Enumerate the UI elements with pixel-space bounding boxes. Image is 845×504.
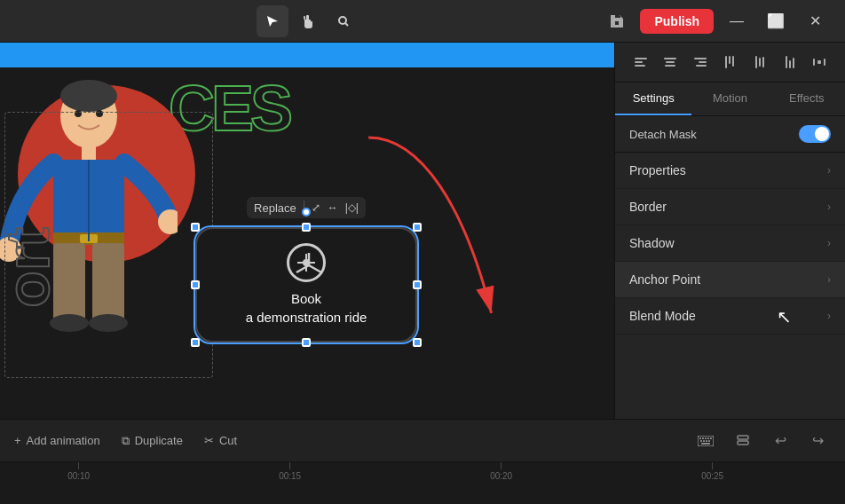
- undo-button[interactable]: ↩: [767, 428, 794, 454]
- border-chevron-icon: ›: [827, 201, 831, 213]
- sw-center: [303, 259, 310, 266]
- distribute-h-button[interactable]: [807, 50, 832, 75]
- svg-rect-48: [703, 440, 705, 442]
- svg-rect-31: [732, 56, 734, 67]
- svg-rect-43: [702, 437, 704, 439]
- align-left-button[interactable]: [628, 50, 653, 75]
- svg-rect-21: [635, 61, 643, 63]
- handle-bl[interactable]: [191, 338, 200, 347]
- replace-button[interactable]: Replace: [254, 201, 296, 215]
- canvas-content: CES: [0, 67, 614, 419]
- topbar: Publish — ⬜ ✕: [0, 0, 845, 43]
- cursor-area: ↖: [615, 335, 845, 338]
- align-top-button[interactable]: [717, 50, 742, 75]
- blend-mode-item[interactable]: Blend Mode ›: [615, 298, 845, 335]
- tick: [289, 462, 290, 469]
- properties-item[interactable]: Properties ›: [615, 153, 845, 189]
- svg-rect-37: [793, 58, 794, 68]
- select-tool-button[interactable]: [257, 5, 288, 37]
- svg-rect-25: [665, 65, 675, 67]
- svg-rect-24: [666, 61, 675, 63]
- card-text: Book a demonstration ride: [246, 289, 367, 327]
- svg-rect-50: [708, 440, 710, 442]
- svg-point-4: [96, 110, 103, 117]
- redo-button[interactable]: ↪: [804, 428, 831, 454]
- search-tool-button[interactable]: [328, 5, 359, 37]
- close-button[interactable]: ✕: [799, 5, 831, 37]
- blue-banner: [0, 43, 614, 67]
- add-animation-label: Add animation: [27, 434, 100, 447]
- align-center-v-button[interactable]: [747, 50, 772, 75]
- svg-rect-49: [706, 440, 707, 442]
- hand-tool-button[interactable]: [292, 5, 324, 37]
- tick-label: 00:25: [701, 471, 723, 481]
- anchor-point-label: Anchor Point: [629, 272, 700, 287]
- svg-point-13: [50, 314, 89, 332]
- handle-bc[interactable]: [302, 338, 311, 347]
- publish-button[interactable]: Publish: [640, 9, 714, 34]
- svg-rect-29: [725, 56, 727, 68]
- tick: [501, 462, 501, 469]
- handle-br[interactable]: [413, 338, 422, 347]
- add-animation-icon: +: [14, 434, 21, 447]
- detach-mask-row: Detach Mask: [615, 116, 845, 153]
- bottom-right: ↩ ↪: [692, 428, 831, 454]
- handle-tl[interactable]: [191, 223, 200, 232]
- timeline: 00:10 00:15 00:20 00:25: [0, 461, 845, 504]
- maximize-button[interactable]: ⬜: [760, 5, 792, 37]
- panel-tabs: Settings Motion Effects: [615, 83, 845, 116]
- handle-ml[interactable]: [191, 280, 200, 289]
- properties-label: Properties: [629, 163, 686, 177]
- tab-settings[interactable]: Settings: [615, 83, 691, 115]
- svg-rect-38: [813, 59, 815, 66]
- tick: [78, 462, 79, 469]
- duplicate-button[interactable]: ⧉ Duplicate: [122, 434, 183, 448]
- shadow-item[interactable]: Shadow ›: [615, 225, 845, 262]
- right-panel: Settings Motion Effects Detach Mask Prop…: [614, 43, 845, 419]
- svg-line-17: [309, 265, 321, 272]
- svg-point-3: [75, 110, 82, 117]
- canvas-area: CES: [0, 43, 614, 419]
- selected-card[interactable]: Replace ⤢ ↔ |◇|: [195, 227, 417, 343]
- svg-rect-22: [635, 65, 645, 67]
- svg-point-2: [60, 80, 117, 112]
- align-center-h-button[interactable]: [658, 50, 683, 75]
- layers-button[interactable]: [730, 428, 756, 454]
- main-area: CES: [0, 43, 845, 419]
- svg-rect-53: [738, 441, 748, 445]
- tab-motion[interactable]: Motion: [691, 83, 768, 115]
- keyboard-button[interactable]: [692, 428, 719, 454]
- arrows-icon[interactable]: ↔: [328, 201, 338, 214]
- detach-mask-toggle[interactable]: [799, 125, 831, 143]
- svg-rect-36: [789, 60, 791, 68]
- tick: [712, 462, 713, 469]
- svg-rect-34: [762, 57, 764, 67]
- handle-mr[interactable]: [413, 280, 422, 289]
- resize-icon[interactable]: |◇|: [345, 201, 359, 214]
- cursor-icon: ↖: [777, 306, 792, 327]
- properties-chevron-icon: ›: [827, 164, 831, 177]
- align-right-button[interactable]: [688, 50, 713, 75]
- steering-wheel-icon: [287, 243, 326, 282]
- cut-button[interactable]: ✂ Cut: [204, 434, 237, 447]
- card-inner: Book a demonstration ride: [195, 227, 417, 343]
- save-button[interactable]: [601, 5, 633, 37]
- svg-rect-12: [92, 243, 124, 323]
- align-bottom-button[interactable]: [778, 50, 802, 75]
- shadow-label: Shadow: [629, 236, 675, 250]
- character-svg: [0, 67, 178, 360]
- border-label: Border: [629, 200, 667, 214]
- expand-icon[interactable]: ⤢: [312, 201, 320, 214]
- tab-effects[interactable]: Effects: [769, 83, 845, 115]
- svg-rect-42: [699, 437, 701, 439]
- anchor-point-item[interactable]: Anchor Point ›: [615, 262, 845, 298]
- handle-rotate[interactable]: [302, 208, 311, 217]
- svg-rect-52: [738, 436, 748, 439]
- border-item[interactable]: Border ›: [615, 189, 845, 225]
- minimize-button[interactable]: —: [721, 5, 753, 37]
- add-animation-button[interactable]: + Add animation: [14, 434, 100, 447]
- handle-tr[interactable]: [413, 223, 422, 232]
- tick-label: 00:20: [490, 471, 512, 481]
- svg-rect-30: [729, 56, 730, 64]
- handle-tc[interactable]: [302, 223, 311, 232]
